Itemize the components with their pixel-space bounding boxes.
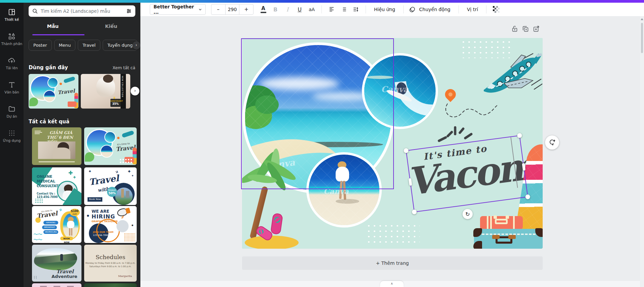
comment-plus-icon <box>548 139 556 146</box>
animate-button[interactable] <box>408 4 416 15</box>
selection-handle-left[interactable] <box>408 178 412 186</box>
sidebar-item-text[interactable]: Văn bản <box>0 75 24 99</box>
suitcase-teal[interactable] <box>474 229 543 249</box>
see-all-link[interactable]: Xem tất cả <box>112 65 135 70</box>
toolbar-separator <box>486 5 486 13</box>
lock-icon[interactable] <box>511 25 518 33</box>
sidebar-item-uploads[interactable]: Tải lên <box>0 51 24 75</box>
sidebar-item-elements[interactable]: Thành phần <box>0 27 24 51</box>
add-page-button[interactable]: + Thêm trang <box>242 256 543 270</box>
crown-icon: ♛ <box>113 96 116 99</box>
t5-tag1: KAYAKING <box>43 221 58 224</box>
template-card-travel[interactable]: It's time to Travel <box>84 127 137 165</box>
recent-next-button[interactable]: › <box>131 87 139 95</box>
scrollbar-up-arrow[interactable] <box>641 18 643 20</box>
comment-button[interactable] <box>545 135 559 150</box>
design-icon <box>8 8 15 16</box>
duplicate-page-icon[interactable] <box>522 25 529 33</box>
recent-template-travel[interactable]: Travel <box>29 74 78 109</box>
chip-travel[interactable]: Travel <box>78 40 100 51</box>
waves-icon: 〜〜〜〜 <box>33 232 42 242</box>
filter-sliders-icon[interactable] <box>126 8 132 14</box>
text-case-button[interactable]: aA <box>307 4 317 15</box>
text-color-button[interactable]: A <box>258 4 268 15</box>
template-card-sale[interactable]: GIẢM GIÁ THỨ 6 ĐEN TỐI! <box>32 127 81 165</box>
dot-icon: ● <box>87 214 89 217</box>
suitcase-orange[interactable] <box>480 216 523 230</box>
t5-btn: BOOK NOW <box>60 237 73 240</box>
list-button[interactable] <box>339 4 349 15</box>
search-box <box>29 5 135 17</box>
add-page-icon[interactable] <box>533 25 540 33</box>
line-spacing-icon <box>353 6 359 12</box>
sidebar-item-apps[interactable]: Ứng dụng <box>0 124 24 148</box>
cross-icon: ✚ <box>68 170 73 176</box>
t7-l2: Adventure <box>52 274 77 279</box>
recent-travel-script: Travel <box>57 88 75 95</box>
photo-selection-outline[interactable] <box>241 38 394 189</box>
sidebar-item-label: Ứng dụng <box>3 138 21 142</box>
recent-template-collection[interactable]: NEW COLLECTION DISCOUNT 35% ♛ <box>81 74 130 109</box>
font-size-value[interactable]: 290 <box>225 4 240 14</box>
font-family-value: Better Together ... <box>154 4 198 15</box>
toolbar-separator <box>459 5 459 13</box>
search-input[interactable] <box>41 8 123 14</box>
position-button[interactable]: Vị trí <box>464 7 481 12</box>
tab-styles[interactable]: Kiểu <box>82 20 141 34</box>
chip-menu[interactable]: Menu <box>54 40 76 51</box>
med-l2: MEDICAL <box>37 179 55 184</box>
font-size-increase[interactable]: + <box>239 6 253 12</box>
t5-price: $100 <box>70 209 80 213</box>
cross-icon: ✚ <box>73 175 76 179</box>
line-spacing-button[interactable] <box>351 4 361 15</box>
template-card-travelwithus[interactable]: Travel with us! ✦ ✦ ✦ ✈ Diskon 50% Book … <box>84 167 137 205</box>
bullet-list-icon <box>341 6 347 12</box>
sidebar-item-label: Thành phần <box>1 42 23 46</box>
twu-book-now: Book Now <box>88 197 102 202</box>
dot-icon: ● <box>132 224 133 227</box>
t8-sig: Margarita <box>118 275 132 278</box>
sidebar-item-label: Văn bản <box>4 90 19 94</box>
underline-button[interactable]: U <box>295 4 305 15</box>
toolbar-separator <box>321 5 322 13</box>
rays-icon: ⁄⁄⁄ <box>122 215 124 219</box>
italic-button[interactable]: I <box>282 4 293 15</box>
animate-label[interactable]: Chuyển động <box>418 7 454 12</box>
template-card-adventure[interactable]: Travel Adventure ⌇⌇ <box>32 245 81 282</box>
template-card-leaves[interactable] <box>84 283 137 287</box>
motion-circles-icon <box>409 6 416 13</box>
chip-poster[interactable]: Poster <box>29 40 52 51</box>
airplane-illustration[interactable] <box>482 51 542 103</box>
tab-templates[interactable]: Mẫu <box>24 20 82 34</box>
template-card-hiring[interactable]: WE ARE HIRING GRAPHIC DESIGNER JOIN OUR … <box>84 206 137 243</box>
t6-l2: HIRING <box>92 214 115 220</box>
text-align-button[interactable] <box>327 4 337 15</box>
text-icon <box>8 81 15 88</box>
recent2-vertical-text: NEW COLLECTION <box>122 76 124 97</box>
workspace-scrollbar[interactable] <box>640 16 644 287</box>
template-card-travel100[interactable]: It's time to Travel ✈ $100 /DAY KAYAKING… <box>32 206 81 243</box>
sidebar-item-design[interactable]: Thiết kế <box>0 3 24 27</box>
sand-mound <box>245 236 299 249</box>
chips-next-button[interactable]: › <box>132 41 140 49</box>
text-toolbar: Better Together ... – 290 + A B I U aA H… <box>140 3 644 16</box>
med-c1: Contact Us : <box>37 192 55 195</box>
dot-grid-decoration <box>366 223 420 244</box>
effects-button[interactable]: Hiệu ứng <box>371 7 399 12</box>
template-card-schedules[interactable]: Schedules Monday to Friday from 9:00 a.m… <box>84 245 137 282</box>
font-size-decrease[interactable]: – <box>211 6 225 12</box>
template-card-pink[interactable] <box>32 283 81 287</box>
rotate-handle[interactable]: ↻ <box>463 209 473 219</box>
pages-expand-tab[interactable]: ∧ <box>380 281 404 287</box>
upload-cloud-icon <box>8 57 15 64</box>
bold-button[interactable]: B <box>270 4 280 15</box>
template-card-medical[interactable]: ONLINE MEDICAL CONSULTATION Contact Us :… <box>32 167 81 205</box>
recent2-percent: 35% <box>110 102 121 106</box>
text-color-letter: A <box>261 6 265 11</box>
sidebar-item-projects[interactable]: Dự án <box>0 99 24 124</box>
transparency-button[interactable] <box>491 4 501 15</box>
font-family-dropdown[interactable]: Better Together ... <box>150 4 206 15</box>
twu-diskon: Diskon <box>107 187 117 192</box>
scrollbar-thumb[interactable] <box>641 23 643 53</box>
sidebar-item-label: Tải lên <box>6 66 18 70</box>
